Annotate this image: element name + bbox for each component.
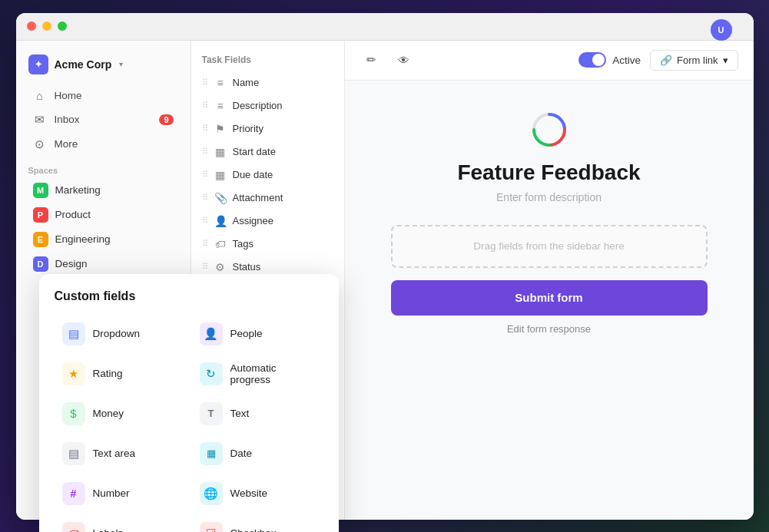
duedate-field-icon: ▦	[214, 169, 227, 181]
marketing-space-icon: M	[33, 183, 48, 198]
rating-icon: ★	[62, 362, 85, 385]
cf-checkbox-label: Checkbox	[230, 527, 277, 532]
drag-handle-icon: ⠿	[202, 170, 208, 180]
cf-item-automatic-progress[interactable]: ↻ Automatic progress	[192, 355, 323, 392]
cf-item-rating[interactable]: ★ Rating	[55, 355, 186, 392]
cf-money-label: Money	[93, 408, 124, 419]
field-name[interactable]: ⠿ ≡ Name	[191, 71, 344, 94]
active-switch[interactable]	[578, 52, 606, 68]
user-avatar[interactable]: U	[711, 19, 732, 41]
field-attachment[interactable]: ⠿ 📎 Attachment	[191, 187, 344, 210]
link-icon: 🔗	[660, 55, 672, 66]
home-icon: ⌂	[33, 89, 47, 102]
sidebar-item-engineering[interactable]: E Engineering	[21, 227, 186, 252]
design-label: Design	[55, 258, 88, 269]
sidebar-item-home-label: Home	[55, 90, 82, 101]
main-content: ✏ 👁 Active 🔗	[345, 41, 754, 520]
more-icon: ⊙	[33, 137, 47, 151]
sidebar-item-inbox[interactable]: ✉ Inbox 9	[21, 107, 186, 132]
sidebar-item-marketing[interactable]: M Marketing	[21, 178, 186, 203]
design-space-icon: D	[33, 256, 48, 272]
dropdown-icon: ▤	[62, 322, 85, 345]
edit-response-link[interactable]: Edit form response	[507, 323, 591, 335]
sidebar-item-design[interactable]: D Design	[21, 252, 186, 276]
form-link-chevron-icon: ▾	[723, 55, 728, 66]
sidebar-item-product[interactable]: P Product	[21, 203, 186, 227]
form-link-label: Form link	[677, 55, 718, 66]
field-startdate-label: Start date	[233, 146, 276, 157]
cf-item-text[interactable]: T Text	[192, 395, 323, 432]
drop-zone-text: Drag fields from the sidebar here	[473, 240, 625, 252]
field-attachment-label: Attachment	[233, 192, 283, 203]
maximize-button[interactable]	[58, 21, 67, 31]
field-description[interactable]: ⠿ ≡ Description	[191, 94, 344, 117]
startdate-field-icon: ▦	[214, 146, 227, 158]
cf-item-money[interactable]: $ Money	[55, 395, 186, 432]
workspace-chevron-icon: ▾	[119, 60, 123, 68]
engineering-space-icon: E	[33, 232, 48, 247]
spaces-section-label: Spaces	[16, 157, 191, 178]
marketing-label: Marketing	[55, 184, 101, 196]
active-toggle: Active	[578, 52, 641, 68]
task-fields-label: Task Fields	[191, 51, 344, 71]
date-icon: ▦	[200, 442, 223, 465]
field-assignee[interactable]: ⠿ 👤 Assignee	[191, 210, 344, 233]
cf-item-labels[interactable]: 🏷 Labels	[55, 515, 186, 533]
titlebar: U	[16, 13, 754, 41]
custom-fields-popup: Custom fields ▤ Dropdown 👤 People ★ Rati…	[39, 274, 339, 533]
field-description-label: Description	[233, 100, 283, 111]
drag-handle-icon: ⠿	[202, 124, 208, 134]
cf-labels-label: Labels	[93, 527, 124, 532]
product-label: Product	[55, 209, 91, 220]
cf-website-label: Website	[230, 487, 268, 499]
cf-dropdown-label: Dropdown	[93, 328, 141, 339]
tags-field-icon: 🏷	[214, 238, 227, 250]
edit-button[interactable]: ✏	[360, 48, 383, 71]
cf-item-checkbox[interactable]: ☑ Checkbox	[192, 515, 323, 533]
cf-item-dropdown[interactable]: ▤ Dropdown	[55, 316, 186, 352]
drag-handle-icon: ⠿	[202, 147, 208, 157]
main-toolbar: ✏ 👁 Active 🔗	[345, 41, 754, 81]
field-due-date[interactable]: ⠿ ▦ Due date	[191, 164, 344, 187]
field-start-date[interactable]: ⠿ ▦ Start date	[191, 140, 344, 164]
auto-progress-icon: ↻	[200, 362, 223, 385]
popup-title: Custom fields	[55, 289, 323, 303]
website-icon: 🌐	[200, 482, 223, 505]
cf-item-number[interactable]: # Number	[55, 475, 186, 512]
minimize-button[interactable]	[42, 21, 51, 31]
priority-field-icon: ⚑	[214, 123, 227, 135]
description-field-icon: ≡	[214, 100, 227, 112]
cf-item-date[interactable]: ▦ Date	[192, 435, 323, 472]
eye-icon: 👁	[398, 54, 409, 67]
cf-item-people[interactable]: 👤 People	[192, 316, 323, 352]
workspace-name: Acme Corp	[55, 58, 112, 71]
field-priority[interactable]: ⠿ ⚑ Priority	[191, 117, 344, 140]
sidebar-item-home[interactable]: ⌂ Home	[21, 84, 186, 107]
sidebar-item-more[interactable]: ⊙ More	[21, 132, 186, 157]
engineering-label: Engineering	[55, 233, 111, 245]
people-icon: 👤	[200, 322, 223, 345]
assignee-field-icon: 👤	[214, 215, 227, 227]
sidebar-item-inbox-label: Inbox	[55, 114, 80, 125]
close-button[interactable]	[27, 21, 36, 31]
drag-handle-icon: ⠿	[202, 239, 208, 249]
cf-item-text-area[interactable]: ▤ Text area	[55, 435, 186, 472]
field-name-label: Name	[233, 77, 260, 88]
field-tags[interactable]: ⠿ 🏷 Tags	[191, 233, 344, 256]
drop-zone: Drag fields from the sidebar here	[391, 225, 708, 268]
active-label: Active	[612, 55, 641, 66]
drag-handle-icon: ⠿	[202, 262, 208, 272]
name-field-icon: ≡	[214, 77, 227, 89]
inbox-icon: ✉	[33, 113, 47, 127]
form-description: Enter form description	[496, 191, 602, 203]
inbox-badge: 9	[159, 114, 173, 125]
product-space-icon: P	[33, 207, 48, 223]
form-link-button[interactable]: 🔗 Form link ▾	[650, 50, 738, 71]
drag-handle-icon: ⠿	[202, 216, 208, 226]
cf-text-label: Text	[230, 408, 250, 419]
cf-number-label: Number	[93, 487, 130, 499]
workspace-header[interactable]: ✦ Acme Corp ▾	[16, 50, 191, 84]
cf-item-website[interactable]: 🌐 Website	[192, 475, 323, 512]
submit-button[interactable]: Submit form	[391, 280, 708, 316]
preview-button[interactable]: 👁	[393, 48, 416, 71]
